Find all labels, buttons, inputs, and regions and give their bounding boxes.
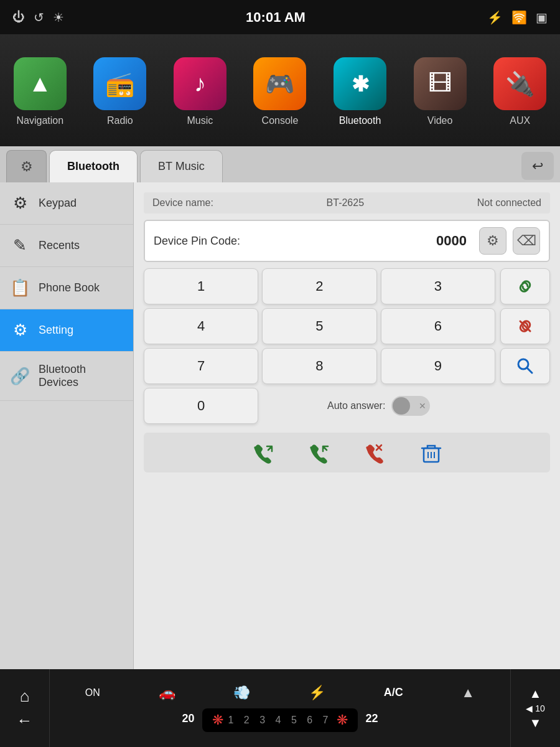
link-icon	[514, 275, 536, 298]
connection-status: Not connected	[477, 197, 541, 209]
sidebar-label-phonebook: Phone Book	[39, 281, 100, 294]
volume-label: ◀ 10	[526, 703, 544, 713]
key-9[interactable]: 9	[381, 348, 495, 384]
status-time: 10:01 AM	[246, 9, 306, 26]
setting-icon: ⚙	[10, 321, 30, 340]
sidebar-label-bluetooth-devices: Bluetooth Devices	[39, 363, 123, 389]
recents-icon: ✎	[10, 236, 30, 255]
auto-answer-toggle[interactable]: ✕	[391, 396, 430, 416]
sidebar-label-recents: Recents	[39, 239, 80, 252]
key-5[interactable]: 5	[262, 308, 376, 344]
app-item-aux[interactable]: 🔌 AUX	[486, 57, 554, 126]
connect-button[interactable]	[500, 268, 550, 304]
display-icon: ▣	[536, 10, 548, 25]
fan-right-icon: ❋	[337, 712, 348, 728]
key-7[interactable]: 7	[144, 348, 258, 384]
app-label-aux: AUX	[510, 115, 530, 126]
app-label-navigation: Navigation	[16, 115, 63, 126]
settings-toggle-btn[interactable]: ⚙	[6, 150, 47, 182]
bottom-left-nav: ⌂ ←	[0, 669, 50, 747]
app-bar: ▲ Navigation 📻 Radio ♪ Music 🎮 Console ✱…	[0, 34, 560, 146]
usb-icon: ⚡	[487, 10, 503, 25]
climate-car-icon[interactable]: 🚗	[159, 685, 175, 701]
svg-line-2	[527, 368, 532, 373]
bottom-center-climate: ON 🚗 💨 ⚡ A/C ▲ 20 ❋ 1 2 3 4 5 6 7 ❋ 22	[50, 685, 510, 732]
keypad-icon: ⚙	[10, 194, 30, 213]
refresh-icon[interactable]: ↺	[34, 10, 44, 25]
sidebar-item-keypad[interactable]: ⚙ Keypad	[0, 182, 133, 225]
volume-down-button[interactable]: ▼	[530, 716, 542, 730]
key-1[interactable]: 1	[144, 268, 258, 304]
app-item-console[interactable]: 🎮 Console	[246, 57, 314, 126]
call-out-button[interactable]	[248, 440, 279, 465]
auto-answer-label: Auto answer:	[327, 400, 385, 411]
app-label-bluetooth: Bluetooth	[339, 115, 381, 126]
fan-icon[interactable]: 💨	[233, 685, 250, 701]
brightness-icon[interactable]: ☀	[53, 10, 64, 25]
tab-bt-music[interactable]: BT Music	[140, 150, 223, 182]
app-label-console: Console	[262, 115, 299, 126]
disconnect-button[interactable]	[500, 308, 550, 344]
auto-answer-row: Auto answer: ✕	[262, 388, 495, 424]
app-item-bluetooth[interactable]: ✱ Bluetooth	[326, 57, 394, 126]
tab-bluetooth[interactable]: Bluetooth	[49, 150, 138, 182]
console-icon: 🎮	[253, 57, 306, 110]
pin-label: Device Pin Code:	[154, 235, 430, 248]
key-3[interactable]: 3	[381, 268, 495, 304]
sidebar: ⚙ Keypad ✎ Recents 📋 Phone Book ⚙ Settin…	[0, 182, 134, 669]
power-icon[interactable]: ⏻	[12, 10, 25, 24]
key-0[interactable]: 0	[144, 388, 258, 424]
call-in-button[interactable]	[304, 440, 335, 465]
volume-up-button[interactable]: ▲	[530, 687, 542, 701]
status-bar: ⏻ ↺ ☀ 10:01 AM ⚡ 🛜 ▣	[0, 0, 560, 34]
on-label[interactable]: ON	[85, 687, 100, 698]
back-button[interactable]: ↩	[521, 152, 554, 180]
sidebar-item-phonebook[interactable]: 📋 Phone Book	[0, 267, 133, 309]
temp-right: 22	[365, 712, 378, 725]
search-button[interactable]	[500, 348, 550, 384]
device-name-value: BT-2625	[327, 197, 364, 209]
hang-up-button[interactable]	[360, 440, 391, 465]
key-6[interactable]: 6	[381, 308, 495, 344]
app-item-video[interactable]: 🎞 Video	[406, 57, 474, 126]
key-8[interactable]: 8	[262, 348, 376, 384]
navigation-icon: ▲	[14, 57, 67, 110]
app-item-navigation[interactable]: ▲ Navigation	[6, 57, 74, 126]
key-2[interactable]: 2	[262, 268, 376, 304]
home-button[interactable]: ⌂	[20, 687, 30, 706]
climate-controls-row: ON 🚗 💨 ⚡ A/C ▲	[50, 685, 510, 701]
sidebar-item-recents[interactable]: ✎ Recents	[0, 225, 133, 267]
unlink-icon	[514, 315, 536, 337]
call-buttons	[144, 433, 550, 472]
sidebar-label-setting: Setting	[39, 324, 73, 337]
hang-up-icon	[363, 441, 388, 464]
device-info: Device name: BT-2625 Not connected	[144, 192, 550, 214]
bottom-right-vol: ▲ ◀ 10 ▼	[510, 669, 560, 747]
app-label-video: Video	[427, 115, 453, 126]
keypad-grid: 1 2 3 4 5 6 7 8 9 0 Auto answer: ✕	[144, 268, 495, 424]
pin-row: Device Pin Code: 0000 ⚙ ⌫	[144, 220, 550, 262]
pin-delete-button[interactable]: ⌫	[513, 227, 540, 255]
fan-display: ❋ 1 2 3 4 5 6 7 ❋	[202, 708, 358, 732]
app-item-music[interactable]: ♪ Music	[166, 57, 234, 126]
delete-history-button[interactable]	[416, 440, 447, 465]
sidebar-item-bluetooth-devices[interactable]: 🔗 Bluetooth Devices	[0, 352, 133, 401]
sidebar-item-setting[interactable]: ⚙ Setting	[0, 309, 133, 352]
search-icon	[515, 355, 536, 377]
content-row: ⚙ Keypad ✎ Recents 📋 Phone Book ⚙ Settin…	[0, 182, 560, 669]
keypad-area: 1 2 3 4 5 6 7 8 9 0 Auto answer: ✕	[144, 268, 550, 424]
wifi-icon: 🛜	[511, 10, 527, 25]
phonebook-icon: 📋	[10, 278, 30, 298]
vol-up-arrow[interactable]: ▲	[461, 685, 475, 701]
trash-icon	[419, 441, 444, 464]
toggle-x-icon: ✕	[419, 401, 426, 411]
key-4[interactable]: 4	[144, 308, 258, 344]
app-label-music: Music	[187, 115, 213, 126]
music-icon: ♪	[174, 57, 226, 110]
back-nav-button[interactable]: ←	[17, 711, 33, 730]
wiper-icon[interactable]: ⚡	[309, 685, 325, 701]
status-bar-right: ⚡ 🛜 ▣	[487, 10, 548, 25]
app-item-radio[interactable]: 📻 Radio	[86, 57, 154, 126]
pin-gear-button[interactable]: ⚙	[479, 227, 506, 255]
toggle-knob	[393, 397, 410, 415]
